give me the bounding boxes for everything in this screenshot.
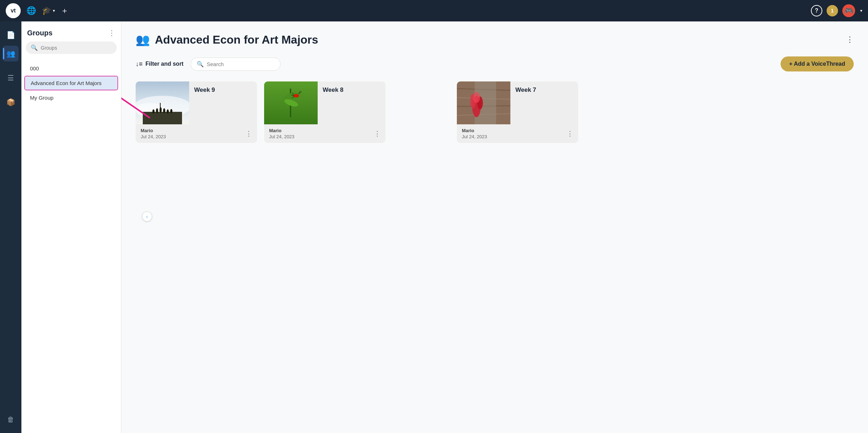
- svg-point-10: [167, 109, 169, 114]
- card-week9-date: Jul 24, 2023: [141, 134, 166, 139]
- search-icon: 🔍: [31, 44, 38, 51]
- card-week8-footer: Mario Jul 24, 2023 ⋮: [264, 124, 385, 143]
- svg-point-17: [293, 94, 299, 98]
- add-voicethread-button[interactable]: + Add a VoiceThread: [781, 56, 854, 71]
- groups-list: 000 Advanced Econ for Art Majors My Grou…: [21, 58, 121, 433]
- main-content: 👥 Advanced Econ for Art Majors ⋮ ↓≡ Filt…: [121, 21, 868, 433]
- top-navigation: vt 🌐 🎓 ▾ ＋ ? 1 🎮 ▾: [0, 0, 868, 21]
- content-header: 👥 Advanced Econ for Art Majors ⋮: [136, 33, 854, 46]
- card-week8-author: Mario: [269, 128, 294, 133]
- cards-grid: Week 9 Mario Jul 24, 2023 ⋮: [136, 81, 854, 143]
- card-week9-author: Mario: [141, 128, 166, 133]
- content-title-area: 👥 Advanced Econ for Art Majors: [136, 33, 318, 46]
- svg-rect-5: [143, 112, 182, 124]
- sidebar-item-groups[interactable]: 👥: [3, 46, 19, 61]
- card-week9-footer: Mario Jul 24, 2023 ⋮: [136, 124, 257, 143]
- card-week8-menu-button[interactable]: ⋮: [374, 130, 380, 138]
- content-more-button[interactable]: ⋮: [846, 35, 854, 44]
- card-week7[interactable]: Week 7 Mario Jul 24, 2023 ⋮: [457, 81, 578, 143]
- group-item-000[interactable]: 000: [24, 62, 118, 75]
- sidebar-item-layers[interactable]: ☰: [3, 70, 19, 86]
- card-week8-thumbnail: [264, 81, 318, 124]
- card-week8-title: Week 8: [323, 86, 343, 94]
- user-avatar-button[interactable]: 🎮: [842, 4, 855, 17]
- group-item-advanced-econ[interactable]: Advanced Econ for Art Majors: [24, 76, 118, 90]
- svg-rect-12: [160, 103, 161, 109]
- card-week9-menu-button[interactable]: ⋮: [246, 130, 252, 138]
- filter-sort-button[interactable]: ↓≡ Filter and sort: [136, 60, 183, 68]
- search-box[interactable]: 🔍: [191, 58, 281, 71]
- card-week7-footer: Mario Jul 24, 2023 ⋮: [457, 124, 578, 143]
- group-item-my-group[interactable]: My Group: [24, 91, 118, 104]
- search-input[interactable]: [207, 61, 274, 67]
- groups-header: Groups ⋮: [21, 21, 121, 41]
- card-week8[interactable]: Week 8 Mario Jul 24, 2023 ⋮: [264, 81, 385, 143]
- toolbar: ↓≡ Filter and sort 🔍 + Add a VoiceThread: [136, 56, 854, 71]
- add-button[interactable]: ＋: [61, 5, 69, 16]
- groups-search-box[interactable]: 🔍: [26, 41, 117, 54]
- help-button[interactable]: ?: [811, 5, 822, 16]
- groups-panel: Groups ⋮ 🔍 000 Advanced Econ for Art Maj…: [21, 21, 121, 433]
- card-week7-thumbnail: [457, 81, 510, 124]
- card-week9-thumbnail: [136, 81, 189, 124]
- sidebar-item-trash[interactable]: 🗑: [3, 412, 19, 427]
- card-week8-date: Jul 24, 2023: [269, 134, 294, 139]
- card-week7-menu-button[interactable]: ⋮: [567, 130, 573, 138]
- collapse-panel-button[interactable]: ‹: [142, 211, 152, 222]
- svg-point-6: [152, 109, 155, 114]
- svg-point-11: [170, 109, 172, 113]
- svg-point-7: [156, 108, 158, 113]
- filter-icon: ↓≡: [136, 60, 143, 68]
- notification-button[interactable]: 1: [827, 5, 838, 16]
- globe-button[interactable]: 🌐: [26, 6, 36, 15]
- card-week9[interactable]: Week 9 Mario Jul 24, 2023 ⋮: [136, 81, 257, 143]
- sidebar-item-documents[interactable]: 📄: [3, 27, 19, 43]
- card-week7-title: Week 7: [515, 86, 536, 94]
- sidebar-item-box[interactable]: 📦: [3, 94, 19, 110]
- icon-sidebar: 📄 👥 ☰ 📦 🗑: [0, 21, 21, 433]
- groups-menu-button[interactable]: ⋮: [108, 29, 115, 37]
- svg-point-33: [473, 92, 480, 103]
- search-box-icon: 🔍: [197, 61, 204, 68]
- groups-search-input[interactable]: [41, 45, 112, 51]
- avatar-chevron-icon: ▾: [860, 8, 862, 13]
- card-week7-date: Jul 24, 2023: [462, 134, 487, 139]
- card-week9-title: Week 9: [194, 86, 215, 94]
- logo[interactable]: vt: [6, 3, 21, 18]
- card-week7-author: Mario: [462, 128, 487, 133]
- group-title-icon: 👥: [136, 33, 150, 46]
- page-title: Advanced Econ for Art Majors: [155, 33, 318, 46]
- svg-point-9: [163, 108, 165, 113]
- groups-panel-title: Groups: [27, 29, 52, 37]
- filter-sort-label: Filter and sort: [146, 61, 184, 67]
- courses-button[interactable]: 🎓 ▾: [42, 6, 55, 15]
